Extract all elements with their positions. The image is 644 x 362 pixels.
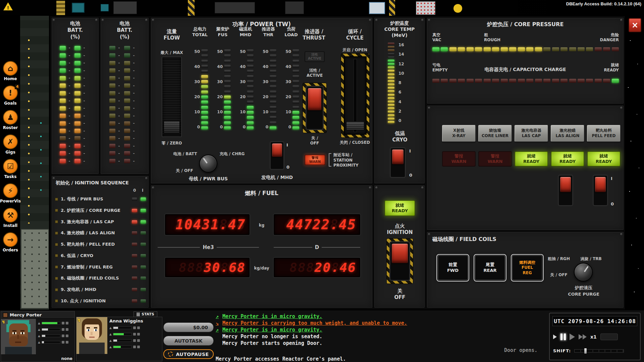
tick-label: - <box>132 159 136 163</box>
tick-label: - <box>117 84 121 88</box>
tick-label: - <box>83 91 86 95</box>
flow-slider[interactable] <box>162 57 182 137</box>
led <box>586 79 593 83</box>
ignition-panel: 就绪READY 点火IGNITION 关OFF <box>374 185 425 308</box>
led <box>60 83 66 88</box>
led <box>501 47 508 51</box>
rear-coil-button[interactable]: 尾置REAR <box>474 254 506 282</box>
shift-slider[interactable] <box>574 349 624 353</box>
battery-led-column <box>109 46 115 163</box>
tick-label: 0 <box>260 125 268 129</box>
led <box>292 80 299 83</box>
mhd-switch-label: 发电机 / MHD <box>258 175 296 181</box>
cycle-slider[interactable] <box>344 56 367 135</box>
tick-label: 30 <box>237 79 246 84</box>
core-liner-button[interactable]: 烧蚀墙CORE LINER <box>478 125 512 142</box>
sidebar-item[interactable]: Gigs <box>1 134 20 155</box>
need-icon <box>66 322 68 324</box>
led <box>501 79 508 83</box>
charge-ready-label: 就绪READY <box>592 63 619 73</box>
d-amount-display: 8888888844722.45 <box>274 214 360 235</box>
autotask-button[interactable]: AUTOTASK <box>163 336 214 346</box>
sidebar-item[interactable]: PowerVis <box>1 183 20 203</box>
thrust-off-label: 关 /OFF <box>303 136 327 146</box>
led <box>60 46 66 50</box>
led <box>224 80 231 83</box>
skip-button[interactable] <box>600 334 618 340</box>
ignition-switch[interactable] <box>389 241 410 281</box>
led <box>124 106 130 111</box>
las-cap-button[interactable]: 激光电容器LAS CAP <box>515 125 548 142</box>
xray-button[interactable]: X射线X-RAY <box>442 125 476 142</box>
flow-slider-handle[interactable] <box>164 121 180 133</box>
log-line: Mercy Porter starts opening Door. <box>216 340 407 347</box>
led <box>595 79 602 83</box>
subsystems-panel: X射线X-RAY 烧蚀墙CORE LINER 激光电容器LAS CAP 激光校瞄… <box>427 105 624 230</box>
play-button[interactable] <box>570 334 575 340</box>
log-arrow-icon: ↗ <box>216 313 222 320</box>
sidebar-item[interactable]: Orders <box>1 232 20 252</box>
tick-label: 40 <box>215 64 223 69</box>
step-play-icon[interactable] <box>553 335 557 339</box>
led <box>552 79 559 83</box>
led <box>388 104 394 106</box>
subsystem-switch-1[interactable] <box>558 175 573 206</box>
close-panel-button[interactable]: × <box>629 18 641 32</box>
need-icon <box>133 326 136 329</box>
core-pressure-panel: 炉腔负压 / CORE PRESSURE 真空VAC 粗ROUGH 危险DANG… <box>427 17 624 104</box>
sidebar-item[interactable]: Home <box>1 61 20 81</box>
led <box>388 107 394 109</box>
led <box>124 83 130 88</box>
sidebar-item[interactable]: Roster <box>1 110 20 130</box>
step-label: 6. 低温 / CRYO <box>61 253 128 259</box>
led <box>74 46 80 50</box>
ignition-label: 点火IGNITION <box>374 223 425 236</box>
need-icon <box>62 322 64 324</box>
step-led-off <box>132 220 137 224</box>
led <box>124 159 130 163</box>
step-bullet-icon <box>55 220 58 223</box>
led <box>124 61 130 65</box>
pause-button[interactable] <box>560 334 566 340</box>
led <box>247 111 254 114</box>
led <box>388 63 394 65</box>
fuel-reg-button[interactable]: 燃料调控FUELREG <box>511 254 544 282</box>
game-screen: ! DBEarly Access Build: 0.14.2.10 (64) H… <box>0 0 644 362</box>
need-row: ▲ <box>38 328 72 331</box>
led <box>292 111 299 114</box>
step-bullet-icon <box>55 209 58 212</box>
thrust-switch[interactable] <box>306 86 324 130</box>
cycle-slider-handle[interactable] <box>346 121 364 130</box>
mhd-switch[interactable] <box>270 141 284 170</box>
led <box>109 129 115 133</box>
core-temp-title-cn: 炉腔温度 <box>374 20 425 26</box>
pwr-bus-knob[interactable] <box>199 155 217 173</box>
money-button[interactable]: $0.00 <box>163 322 214 332</box>
stats-tab[interactable]: STATS <box>133 311 157 317</box>
core-purge-knob[interactable] <box>574 263 593 282</box>
las-align-button[interactable]: 激光校瞄LAS ALIGN <box>551 125 584 142</box>
led <box>224 70 231 73</box>
led <box>292 90 299 94</box>
sidebar-item[interactable]: Tasks <box>1 159 20 179</box>
led <box>201 60 208 63</box>
led <box>247 116 254 119</box>
crew-name: Anna Wiggins <box>107 317 162 323</box>
subsystem-switch-2[interactable] <box>593 175 608 206</box>
sidebar-item[interactable]: 4 Goals <box>1 85 20 106</box>
pell-feed-button[interactable]: 靶丸给料PELL FEED <box>587 125 621 142</box>
led <box>247 121 254 124</box>
cryo-switch[interactable] <box>390 147 406 178</box>
tick-label: 0 <box>237 125 246 129</box>
tick-label: - <box>68 84 71 88</box>
field-coils-title: 磁场线圈 / FIELD COILS <box>432 236 496 243</box>
sidebar-item[interactable]: Install <box>1 208 20 228</box>
meter-mhd: 磁流机MHD 50403020100 <box>234 26 257 129</box>
fwd-coil-button[interactable]: 前置FWD <box>436 254 469 282</box>
autopause-button[interactable]: AUTOPAUSE <box>163 349 214 359</box>
log-line: Mercy Porter no longer is seated. <box>216 333 407 340</box>
crew-card-anna[interactable]: ↯ Anna Wiggins ▲ ▲ <box>76 317 162 361</box>
fast-forward-button[interactable] <box>579 334 587 340</box>
crew-card-mercy[interactable]: Mercy Porter ↯ ▲ <box>1 311 75 362</box>
shift-slider-handle[interactable] <box>584 348 587 354</box>
